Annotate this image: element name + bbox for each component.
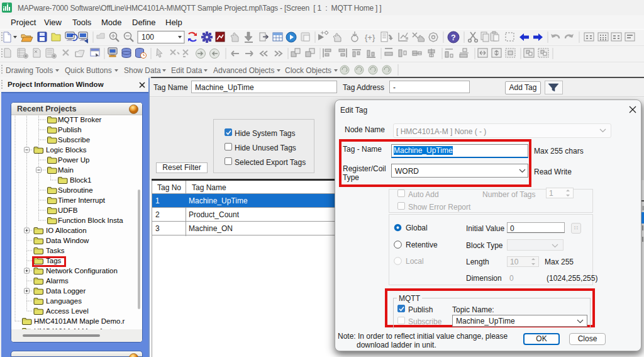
svg-text:Block1: Block1 — [70, 176, 92, 184]
svg-text:MQTT Broker: MQTT Broker — [58, 116, 102, 123]
svg-text:Logic Blocks: Logic Blocks — [46, 146, 87, 154]
svg-text:Alarms: Alarms — [46, 277, 69, 285]
svg-text:Languages: Languages — [46, 297, 82, 305]
svg-text:Network Configuration: Network Configuration — [46, 267, 118, 275]
svg-text:Data Window: Data Window — [46, 237, 89, 244]
svg-text:?: ? — [451, 33, 456, 42]
svg-text:{+}: {+} — [365, 33, 375, 42]
svg-text:Timer Interrupt: Timer Interrupt — [58, 196, 106, 204]
svg-text:Main: Main — [58, 166, 74, 174]
svg-text:UDFB: UDFB — [58, 207, 78, 214]
svg-text:Access Level: Access Level — [46, 307, 89, 315]
svg-text:Power Up: Power Up — [58, 156, 90, 164]
svg-text:Subroutine: Subroutine — [58, 186, 93, 194]
svg-text:HMC4101AM Maple Demo.r: HMC4101AM Maple Demo.r — [34, 317, 125, 325]
svg-text:Publish: Publish — [58, 126, 82, 133]
svg-text:Tasks: Tasks — [46, 247, 65, 254]
svg-text:Subscribe: Subscribe — [58, 136, 90, 144]
svg-text:Function Block Insta: Function Block Insta — [58, 217, 123, 224]
svg-text:IO Allocation: IO Allocation — [46, 227, 87, 234]
svg-text:Data Logger: Data Logger — [46, 287, 86, 295]
svg-text:100: 100 — [142, 33, 154, 42]
